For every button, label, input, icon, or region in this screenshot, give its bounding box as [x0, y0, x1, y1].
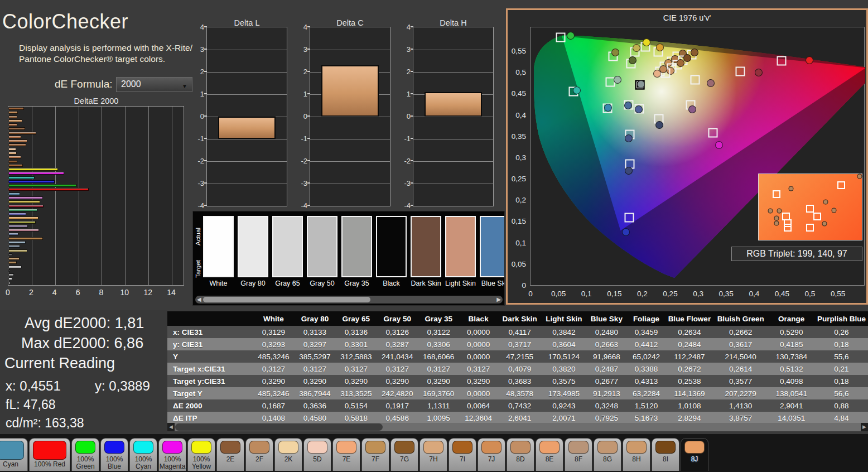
patch-tab-2k[interactable]: 2K: [274, 438, 302, 471]
measured-marker[interactable]: [622, 228, 630, 236]
target-marker[interactable]: [556, 32, 566, 42]
x-tick-label: 0: [6, 288, 10, 297]
measured-marker[interactable]: [629, 56, 636, 64]
de-bar: [8, 269, 10, 272]
patch-tab-100-cyan[interactable]: 100%Cyan: [129, 438, 157, 471]
de-bar: [8, 257, 20, 260]
swatch-name: Black: [372, 280, 411, 287]
de-bar: [8, 233, 18, 235]
patch-tab-5d[interactable]: 5D: [303, 438, 331, 471]
color-swatch[interactable]: [376, 216, 407, 277]
color-swatch[interactable]: [203, 216, 234, 277]
measured-marker[interactable]: [715, 141, 723, 149]
gridline: [310, 50, 390, 50]
measured-marker[interactable]: [643, 38, 650, 46]
color-swatch[interactable]: [307, 216, 337, 277]
rgb-triplet-readout: RGB Triplet: 199, 140, 97: [731, 247, 862, 261]
measured-marker[interactable]: [707, 79, 715, 87]
y-tick-label: 4: [191, 23, 204, 31]
patch-tab-8j[interactable]: 8J: [681, 438, 708, 471]
table-cell: 0,4098: [768, 375, 815, 387]
de-bar: [8, 249, 27, 252]
patch-tab-7j[interactable]: 7J: [478, 438, 505, 471]
patch-tab-7h[interactable]: 7H: [419, 438, 447, 471]
measured-marker[interactable]: [688, 105, 696, 113]
y-tick-label: -3: [191, 179, 204, 187]
table-cell: 214,5040: [713, 350, 768, 363]
measured-marker[interactable]: [806, 56, 813, 64]
patch-tab-7e[interactable]: 7E: [332, 438, 360, 471]
measured-marker[interactable]: [625, 167, 633, 175]
scroll-left-icon[interactable]: ◀: [167, 423, 175, 431]
table-scrollbar[interactable]: ◀ ▶: [167, 423, 868, 431]
measured-marker[interactable]: [655, 121, 663, 129]
patch-tab-7i[interactable]: 7I: [449, 438, 476, 471]
measured-marker[interactable]: [633, 44, 640, 52]
de-formula-dropdown[interactable]: 2000 ▼: [116, 77, 192, 92]
patch-tab-100-magenta[interactable]: 100%Magenta: [158, 438, 186, 471]
target-marker[interactable]: [690, 75, 700, 84]
table-cell: 65,0242: [627, 350, 666, 363]
measured-marker[interactable]: [677, 59, 684, 67]
measured-marker[interactable]: [573, 86, 581, 94]
measured-marker[interactable]: [755, 69, 763, 76]
color-swatch[interactable]: [341, 216, 372, 277]
swatch-scrollbar-thumb[interactable]: [203, 297, 370, 302]
patch-tab-2f[interactable]: 2F: [245, 438, 273, 471]
table-scrollbar-thumb[interactable]: [175, 423, 383, 431]
inset-measured-marker: [822, 221, 827, 226]
patch-tab-8g[interactable]: 8G: [594, 438, 621, 471]
color-swatch[interactable]: [272, 216, 303, 277]
measured-marker[interactable]: [635, 105, 643, 113]
patch-tab-100-green[interactable]: 100%Green: [71, 438, 99, 471]
patch-tab-8f[interactable]: 8F: [565, 438, 592, 471]
de-bar: [8, 237, 43, 240]
patch-tab-7g[interactable]: 7G: [390, 438, 418, 471]
patch-tab-100-blue[interactable]: 100%Blue: [100, 438, 128, 471]
color-swatch[interactable]: [238, 216, 268, 277]
measured-marker[interactable]: [683, 54, 691, 62]
scroll-left-icon[interactable]: ◀: [197, 296, 201, 302]
measured-marker[interactable]: [604, 104, 612, 112]
gridline: [413, 72, 493, 73]
table-cell: 0,7432: [498, 399, 542, 412]
target-marker[interactable]: [777, 56, 786, 65]
gridline: [148, 107, 149, 285]
de-bar: [8, 266, 22, 268]
y-tick-label: 2: [397, 68, 411, 76]
measured-marker[interactable]: [637, 80, 645, 88]
de-bar: [8, 277, 12, 280]
patch-tab-cyan[interactable]: Cyan: [0, 438, 28, 471]
target-marker[interactable]: [708, 128, 717, 137]
patch-tab-8e[interactable]: 8E: [536, 438, 563, 471]
measured-marker[interactable]: [611, 49, 619, 56]
y-tick-label: -4: [191, 201, 204, 210]
patch-tab-100-yellow[interactable]: 100%Yellow: [187, 438, 215, 471]
patch-tab-label: 100%Magenta: [159, 456, 186, 470]
color-swatch[interactable]: [445, 216, 476, 277]
measured-marker[interactable]: [625, 134, 633, 142]
swatch-scrollbar[interactable]: ◀ ▶: [195, 296, 503, 304]
table-cell: 168,6066: [418, 350, 459, 363]
scroll-right-icon[interactable]: ▶: [861, 423, 868, 431]
patch-tab-label: Cyan: [0, 461, 27, 468]
measured-marker[interactable]: [567, 32, 575, 40]
table-cell: 63,2284: [627, 387, 666, 399]
table-row: y: CIE310,32930,32970,33010,32870,33060,…: [167, 338, 868, 350]
patch-tab-8i[interactable]: 8I: [652, 438, 679, 471]
color-swatch[interactable]: [480, 216, 505, 277]
scroll-right-icon[interactable]: ▶: [496, 296, 501, 302]
measured-marker[interactable]: [624, 102, 632, 109]
patch-tab-100-red[interactable]: 100% Red: [29, 438, 70, 471]
color-swatch[interactable]: [411, 216, 441, 277]
measured-marker[interactable]: [691, 49, 698, 56]
measured-marker[interactable]: [656, 44, 664, 51]
target-marker[interactable]: [735, 66, 745, 76]
target-marker[interactable]: [625, 213, 634, 222]
patch-tab-2e[interactable]: 2E: [216, 438, 244, 471]
patch-tab-7f[interactable]: 7F: [361, 438, 389, 471]
measured-marker[interactable]: [659, 65, 667, 73]
patch-tab-8d[interactable]: 8D: [507, 438, 534, 471]
patch-tab-8h[interactable]: 8H: [623, 438, 650, 471]
measured-marker[interactable]: [614, 76, 621, 84]
